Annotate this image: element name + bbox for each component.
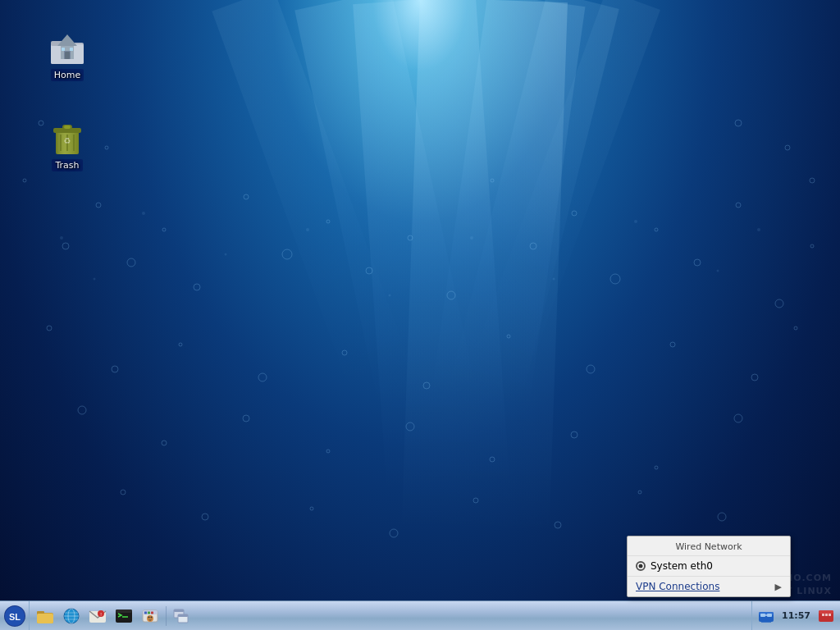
svg-rect-73 <box>70 48 73 51</box>
svg-rect-72 <box>62 48 65 51</box>
sl-logo-icon: SL <box>3 605 26 628</box>
trash-svg: ♻ <box>48 118 87 158</box>
svg-point-40 <box>121 490 126 495</box>
svg-point-31 <box>78 406 86 414</box>
submenu-arrow-icon: ▶ <box>775 582 782 592</box>
taskbar-browser-button[interactable] <box>59 604 84 628</box>
eth0-label: System eth0 <box>651 560 713 572</box>
svg-point-12 <box>530 243 536 249</box>
svg-point-50 <box>735 120 742 126</box>
network-popup: Wired Network System eth0 VPN Connection… <box>627 536 791 597</box>
svg-point-59 <box>389 294 391 297</box>
svg-point-62 <box>634 220 637 223</box>
svg-point-39 <box>734 414 742 422</box>
svg-point-27 <box>587 365 595 373</box>
home-icon[interactable]: Home <box>34 25 100 84</box>
taskbar-icons: ! <box>30 604 751 628</box>
svg-point-34 <box>326 450 330 453</box>
radio-eth0 <box>636 561 646 571</box>
svg-rect-103 <box>148 611 150 614</box>
svg-point-51 <box>785 145 790 150</box>
svg-point-36 <box>490 457 495 462</box>
svg-point-0 <box>62 243 69 249</box>
svg-rect-78 <box>64 126 71 129</box>
svg-point-14 <box>610 274 620 284</box>
svg-point-52 <box>23 179 26 182</box>
svg-point-10 <box>447 291 455 299</box>
tray-power-button[interactable] <box>817 607 835 625</box>
svg-point-17 <box>736 203 741 208</box>
svg-rect-121 <box>822 614 824 616</box>
svg-point-47 <box>718 513 726 521</box>
svg-text:SL: SL <box>8 612 20 622</box>
taskbar-windows-button[interactable] <box>170 604 194 628</box>
svg-point-37 <box>571 431 578 438</box>
svg-point-29 <box>751 374 758 381</box>
vpn-connections-item[interactable]: VPN Connections ▶ <box>628 576 790 596</box>
taskbar-terminal-button[interactable] <box>112 604 136 628</box>
taskbar-email-button[interactable]: ! <box>85 604 110 628</box>
popup-header: Wired Network <box>628 536 790 556</box>
svg-point-21 <box>112 366 118 372</box>
trash-icon-label: Trash <box>52 159 82 171</box>
svg-point-23 <box>258 373 267 381</box>
vpn-label: VPN Connections <box>636 581 719 592</box>
svg-rect-111 <box>178 614 188 617</box>
svg-point-35 <box>406 422 414 431</box>
globe-icon <box>62 607 80 625</box>
svg-point-44 <box>473 498 478 503</box>
svg-point-46 <box>638 491 641 494</box>
svg-point-5 <box>244 194 249 199</box>
taskbar-install-button[interactable] <box>138 604 162 628</box>
svg-point-9 <box>408 235 413 240</box>
trash-icon[interactable]: ♻ Trash <box>34 115 100 175</box>
svg-point-64 <box>757 228 760 231</box>
svg-point-16 <box>694 259 701 266</box>
tray-network-button[interactable] <box>757 607 775 625</box>
svg-point-105 <box>147 615 153 622</box>
svg-point-6 <box>282 249 292 259</box>
svg-point-26 <box>507 335 510 338</box>
svg-rect-122 <box>825 614 828 616</box>
home-icon-label: Home <box>51 69 84 81</box>
svg-rect-71 <box>65 52 70 59</box>
svg-point-58 <box>306 228 309 231</box>
svg-point-30 <box>794 326 797 330</box>
svg-point-49 <box>105 146 108 149</box>
svg-point-25 <box>423 382 430 389</box>
power-icon <box>818 608 834 624</box>
svg-rect-109 <box>174 609 184 612</box>
install-icon <box>141 607 159 625</box>
tray-clock[interactable]: 11:57 <box>778 610 814 621</box>
svg-point-22 <box>179 343 182 346</box>
taskbar: SL <box>0 600 840 630</box>
taskbar-files-button[interactable] <box>33 604 57 628</box>
network-tray-icon <box>758 608 774 624</box>
svg-point-15 <box>655 228 658 231</box>
terminal-icon <box>115 607 133 625</box>
svg-rect-102 <box>144 611 147 614</box>
svg-rect-123 <box>829 614 831 616</box>
home-folder-svg <box>48 28 87 67</box>
svg-point-1 <box>96 203 101 208</box>
svg-point-57 <box>225 253 227 256</box>
taskbar-separator <box>166 606 167 626</box>
svg-point-28 <box>670 342 675 347</box>
svg-point-20 <box>47 326 52 331</box>
svg-point-8 <box>366 267 372 274</box>
svg-marker-68 <box>57 34 77 46</box>
system-tray: 11:57 <box>751 601 840 630</box>
network-eth0-item[interactable]: System eth0 <box>628 556 790 576</box>
svg-rect-98 <box>116 609 132 613</box>
svg-point-63 <box>717 270 719 272</box>
start-button[interactable]: SL <box>0 601 30 631</box>
svg-point-19 <box>810 244 814 248</box>
folder-icon <box>36 607 54 625</box>
svg-rect-88 <box>37 614 53 623</box>
svg-rect-116 <box>760 614 765 617</box>
svg-point-42 <box>310 507 313 510</box>
svg-point-61 <box>553 278 555 281</box>
svg-point-24 <box>342 350 347 355</box>
svg-point-7 <box>326 220 330 223</box>
svg-point-55 <box>94 278 96 281</box>
